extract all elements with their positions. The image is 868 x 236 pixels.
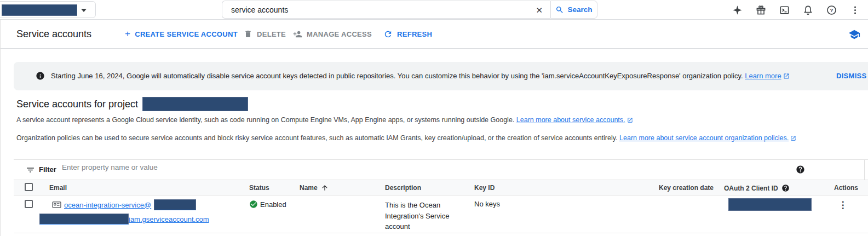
service-accounts-page: ✕ Search ?	[0, 0, 868, 236]
service-accounts-table: Filter Email Status Name Description Key…	[14, 159, 868, 233]
refresh-label: REFRESH	[397, 30, 432, 38]
create-service-account-label: CREATE SERVICE ACCOUNT	[135, 30, 238, 38]
banner-learn-more-link[interactable]: Learn more	[745, 72, 781, 80]
refresh-icon	[383, 30, 393, 39]
search-button-label: Search	[567, 5, 592, 14]
learn-more-org-policies-link[interactable]: Learn more about service account organiz…	[619, 134, 789, 142]
intro1-text: A service account represents a Google Cl…	[16, 116, 514, 124]
svg-text:?: ?	[830, 7, 833, 13]
gift-icon[interactable]	[755, 4, 766, 15]
section-heading-row: Service accounts for project	[16, 97, 248, 111]
filter-input[interactable]	[62, 163, 610, 171]
intro-paragraph-1: A service account represents a Google Cl…	[16, 116, 633, 125]
manage-access-label: MANAGE ACCESS	[307, 30, 372, 38]
column-header-key-id[interactable]: Key ID	[474, 184, 495, 192]
delete-button[interactable]: DELETE	[244, 30, 286, 38]
search-icon	[555, 5, 564, 14]
search-input-wrap[interactable]: ✕	[222, 1, 550, 19]
column-header-oauth-client-id[interactable]: OAuth 2 Client ID	[724, 184, 790, 192]
column-header-name[interactable]: Name	[300, 184, 329, 192]
learn-more-service-accounts-link[interactable]: Learn more about service accounts.	[516, 116, 625, 124]
project-name-redacted	[2, 4, 77, 16]
column-header-actions: Actions	[834, 184, 858, 192]
page-title: Service accounts	[16, 28, 91, 40]
intro-paragraph-2: Organization policies can be used to sec…	[16, 134, 796, 143]
filter-label: Filter	[39, 165, 56, 174]
table-row: ocean-integration-service@ iam.gservicea…	[14, 195, 868, 233]
search-button[interactable]: Search	[550, 1, 597, 19]
info-icon	[36, 71, 45, 83]
banner-message-text: Starting June 16, 2024, Google will auto…	[51, 72, 743, 80]
banner-message: Starting June 16, 2024, Google will auto…	[51, 72, 790, 81]
filter-icon	[26, 165, 35, 177]
topbar-icon-group: ?	[732, 4, 860, 15]
filter-row: Filter	[14, 160, 868, 180]
oauth-client-id-redacted	[728, 198, 812, 211]
key-id-cell: No keys	[474, 200, 500, 208]
select-all-checkbox[interactable]	[25, 183, 33, 191]
email-cell-line2: iam.gserviceaccount.com	[39, 214, 209, 225]
email-cell-line1: ocean-integration-service@	[52, 199, 196, 210]
email-redacted-segment	[154, 199, 196, 210]
project-id-redacted	[142, 97, 248, 111]
name-header-label: Name	[300, 184, 318, 192]
enabled-check-icon	[249, 200, 258, 209]
service-account-icon	[52, 201, 61, 209]
table-header-row: Email Status Name Description Key ID Key…	[14, 180, 868, 195]
divider	[864, 160, 865, 180]
clear-search-icon[interactable]: ✕	[536, 5, 543, 15]
status-label: Enabled	[260, 200, 286, 209]
more-options-icon[interactable]	[849, 4, 860, 15]
section-heading: Service accounts for project	[16, 99, 138, 110]
info-banner: Starting June 16, 2024, Google will auto…	[14, 62, 868, 90]
search-input[interactable]	[222, 5, 518, 14]
cloud-shell-icon[interactable]	[779, 4, 790, 15]
external-link-icon	[783, 73, 790, 81]
row-checkbox[interactable]	[25, 200, 33, 208]
column-header-key-creation-date[interactable]: Key creation date	[659, 184, 714, 192]
external-link-icon	[627, 117, 633, 125]
delete-label: DELETE	[257, 30, 286, 38]
status-cell: Enabled	[249, 200, 286, 209]
column-header-status[interactable]: Status	[249, 184, 269, 192]
service-account-email-domain-link[interactable]: iam.gserviceaccount.com	[129, 215, 209, 223]
oauth-header-label: OAuth 2 Client ID	[724, 185, 778, 192]
plus-icon: +	[125, 30, 130, 38]
trash-icon	[244, 30, 252, 38]
dismiss-button[interactable]: DISMISS	[836, 72, 867, 80]
project-picker[interactable]	[0, 1, 96, 18]
email-redacted-segment	[39, 214, 129, 225]
action-toolbar: Service accounts + CREATE SERVICE ACCOUN…	[0, 20, 868, 49]
oauth-help-icon[interactable]	[781, 184, 790, 192]
service-account-email-link[interactable]: ocean-integration-service@	[64, 201, 151, 209]
refresh-button[interactable]: REFRESH	[383, 30, 432, 39]
description-cell: This is the Ocean Integration's Service …	[385, 200, 455, 232]
manage-access-button[interactable]: MANAGE ACCESS	[293, 30, 372, 39]
sort-ascending-icon	[321, 184, 329, 192]
filter-help-icon[interactable]	[796, 165, 805, 176]
help-icon[interactable]: ?	[826, 4, 837, 15]
external-link-icon	[790, 135, 796, 143]
learning-graduation-cap-icon[interactable]	[848, 28, 860, 43]
person-add-icon	[293, 30, 302, 39]
column-header-description[interactable]: Description	[385, 184, 421, 192]
gemini-icon[interactable]	[732, 4, 743, 15]
search-bar: ✕ Search	[222, 1, 597, 19]
divider	[0, 20, 1, 236]
top-bar: ✕ Search ?	[0, 0, 868, 20]
column-header-email[interactable]: Email	[49, 184, 67, 192]
notifications-bell-icon[interactable]	[802, 4, 813, 15]
create-service-account-button[interactable]: + CREATE SERVICE ACCOUNT	[125, 30, 238, 38]
chevron-down-icon	[81, 9, 87, 12]
intro2-text: Organization policies can be used to sec…	[16, 134, 618, 142]
row-actions-menu-icon[interactable]: ⋮	[836, 198, 849, 211]
